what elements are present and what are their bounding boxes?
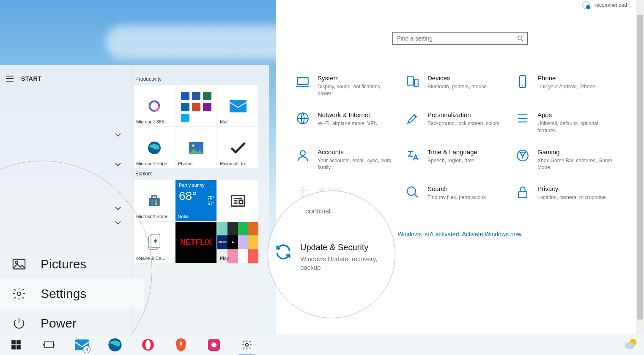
rail-settings[interactable]: Settings (0, 279, 144, 309)
svg-rect-29 (11, 340, 16, 344)
svg-rect-19 (155, 199, 157, 202)
svg-rect-17 (149, 197, 160, 206)
taskbar-edge[interactable] (105, 335, 125, 355)
tile-edge[interactable]: Microsoft Edge (134, 127, 175, 168)
windows-update-indicator[interactable]: recommended (582, 1, 627, 9)
news-icon (231, 195, 245, 207)
opera-icon (142, 339, 154, 351)
search-settings-input[interactable] (397, 35, 523, 42)
chevron-down-icon[interactable] (115, 133, 121, 137)
svg-rect-23 (239, 200, 242, 203)
task-view-icon (43, 340, 55, 350)
settings-scrollbar[interactable] (636, 0, 644, 334)
settings-categories: SystemDisplay, sound, notifications, pow… (296, 74, 644, 201)
svg-rect-32 (16, 345, 21, 350)
category-system[interactable]: SystemDisplay, sound, notifications, pow… (296, 74, 401, 97)
windows-logo-icon (11, 339, 22, 350)
activation-notice: Windows isn't activated. Activate Window… (276, 230, 644, 238)
update-badge-icon (582, 1, 590, 9)
tile-office-apps[interactable] (175, 85, 216, 126)
time-language-icon (406, 148, 420, 163)
brave-icon (175, 338, 187, 352)
category-gaming[interactable]: GamingXbox Game Bar, captures, Game Mode (515, 148, 621, 171)
group-title-productivity[interactable]: Productivity (135, 76, 263, 82)
tile-photos[interactable]: Photos (175, 127, 216, 168)
apps-icon (515, 111, 530, 126)
svg-point-0 (518, 36, 522, 40)
pictures-icon (12, 257, 26, 271)
svg-rect-33 (45, 342, 53, 348)
svg-rect-13 (230, 100, 247, 112)
tile-mail[interactable]: Mail (217, 85, 258, 126)
search-settings-box[interactable] (392, 32, 528, 45)
netflix-logo-text: NETFLIX (180, 238, 212, 247)
taskbar-mail[interactable]: 9 (72, 335, 92, 355)
category-network[interactable]: Network & InternetWi-Fi, airplane mode, … (296, 111, 401, 134)
scroll-thumb[interactable] (637, 15, 643, 320)
svg-rect-21 (155, 202, 157, 205)
category-privacy[interactable]: PrivacyLocation, camera, microphone (515, 185, 621, 201)
svg-rect-2 (407, 77, 413, 85)
tile-microsoft-365[interactable]: Microsoft 365... (134, 85, 175, 126)
taskbar-app-red[interactable] (204, 335, 224, 355)
tile-microsoft-store[interactable]: Microsoft Store (134, 180, 175, 221)
gear-icon (12, 287, 26, 301)
category-time-language[interactable]: Time & LanguageSpeech, region, date (406, 148, 511, 171)
laptop-icon (296, 74, 310, 89)
svg-point-8 (301, 187, 304, 189)
hamburger-icon[interactable] (6, 76, 14, 82)
rail-power[interactable]: Power (0, 309, 144, 338)
store-icon (147, 194, 162, 208)
category-title: System (318, 74, 394, 82)
paintbrush-icon (406, 111, 420, 126)
svg-rect-31 (11, 345, 16, 350)
category-devices[interactable]: DevicesBluetooth, printers, mouse (406, 74, 511, 97)
svg-point-39 (211, 342, 216, 347)
search-icon (517, 35, 524, 42)
taskbar-opera[interactable] (138, 335, 158, 355)
taskbar-settings[interactable] (237, 335, 257, 355)
person-icon (296, 148, 310, 163)
svg-point-6 (300, 150, 305, 155)
start-button[interactable] (6, 335, 26, 355)
taskbar-brave[interactable] (171, 335, 191, 355)
category-ease-of-access[interactable]: contrast (296, 185, 401, 201)
task-view-button[interactable] (39, 335, 59, 355)
weather-city: Sofia (178, 214, 189, 219)
chevron-down-icon[interactable] (115, 221, 121, 225)
taskbar: 9 (0, 335, 644, 355)
start-label: START (21, 75, 41, 82)
activate-windows-link[interactable]: Windows isn't activated. Activate Window… (397, 231, 522, 238)
tray-weather[interactable] (624, 337, 641, 354)
tile-todo[interactable]: Microsoft To... (217, 127, 258, 168)
tile-weather[interactable]: Partly sunny 68° 70° 51° Sofia (175, 180, 216, 221)
settings-window: recommended SystemDisplay, sound, notifi… (276, 0, 644, 334)
chevron-down-icon[interactable] (115, 162, 121, 167)
start-rail-items: Pictures Settings Power (0, 249, 144, 338)
tile-play[interactable]: NITRADO▶ Play (217, 222, 258, 263)
category-apps[interactable]: AppsUninstall, defaults, optional featur… (515, 111, 621, 134)
weather-hilo: 70° 51° (208, 195, 214, 206)
rail-pictures[interactable]: Pictures (0, 249, 144, 279)
power-icon (12, 316, 26, 330)
category-personalization[interactable]: PersonalizationBackground, lock screen, … (406, 111, 511, 134)
category-phone[interactable]: PhoneLink your Android, iPhone (515, 74, 621, 97)
search-category-icon (406, 185, 420, 199)
tile-netflix[interactable]: NETFLIX (175, 222, 216, 263)
tile-news[interactable] (217, 180, 258, 221)
svg-rect-18 (151, 199, 153, 202)
solitaire-icon (147, 234, 162, 251)
edge-icon (147, 140, 162, 156)
svg-point-40 (246, 344, 249, 347)
mail-icon (230, 100, 247, 112)
chevron-down-icon[interactable] (115, 206, 121, 210)
group-title-explore[interactable]: Explore (135, 171, 263, 177)
productivity-tiles: Microsoft 365... Mail Microsoft Edge Pho… (134, 85, 263, 168)
edge-icon (108, 338, 122, 352)
explore-tiles: Microsoft Store Partly sunny 68° 70° 51°… (134, 180, 263, 263)
svg-rect-30 (16, 340, 21, 344)
mail-badge: 9 (83, 346, 90, 353)
category-accounts[interactable]: AccountsYour accounts, email, sync, work… (296, 148, 401, 171)
svg-point-27 (16, 261, 18, 264)
category-search[interactable]: SearchFind my files, permissions (406, 185, 511, 201)
